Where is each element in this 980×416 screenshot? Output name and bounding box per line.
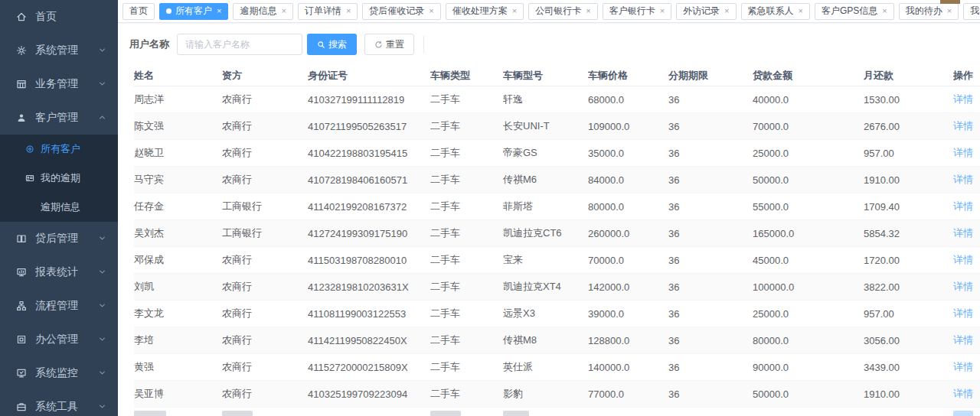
detail-link[interactable]: 详情 (953, 361, 973, 372)
table-cell: 77000.0 (588, 388, 668, 400)
table-cell: 农商行 (222, 119, 308, 133)
sidebar-item[interactable]: 业务管理 (0, 67, 118, 101)
close-icon[interactable]: × (429, 7, 433, 15)
table-cell: 农商行 (222, 387, 308, 401)
table-cell: 二手车 (430, 307, 503, 320)
detail-link[interactable]: 详情 (953, 307, 973, 319)
tab-item[interactable]: 客户GPS信息× (815, 3, 894, 20)
detail-link[interactable]: 详情 (953, 147, 973, 158)
sidebar-item[interactable]: 系统管理 (0, 34, 118, 67)
tab-item[interactable]: 公司银行卡× (528, 3, 597, 20)
main-area: 首页所有客户×逾期信息×订单详情×贷后催收记录×催收处理方案×公司银行卡×客户银… (118, 0, 980, 416)
sidebar-item-label: 系统监控 (35, 366, 98, 380)
sidebar-item[interactable]: 系统工具 (0, 390, 118, 416)
table-cell: 农商行 (222, 173, 308, 187)
active-tab-dot (166, 8, 172, 14)
tab-label: 我的待办 (906, 5, 942, 18)
table-cell: 二手车 (430, 253, 503, 267)
sidebar-item[interactable]: 报表统计 (0, 255, 118, 289)
detail-link[interactable]: 详情 (953, 388, 973, 399)
table-cell: 36 (668, 308, 753, 320)
sidebar-item[interactable]: 贷后管理 (0, 222, 118, 255)
detail-link[interactable]: 详情 (953, 334, 973, 346)
detail-link[interactable]: 详情 (953, 281, 973, 292)
content-area: 用户名称 搜索 重置 姓名资方身份证号 (118, 23, 980, 416)
column-header: 车辆价格 (588, 69, 668, 83)
search-input[interactable] (177, 34, 302, 55)
home-icon (15, 11, 28, 23)
detail-link[interactable]: 详情 (953, 93, 973, 105)
sidebar-item[interactable]: 流程管理 (0, 289, 118, 323)
close-icon[interactable]: × (346, 7, 351, 15)
tab-item[interactable]: 贷后催收记录× (362, 3, 440, 20)
search-label: 用户名称 (129, 37, 169, 51)
book-icon (15, 232, 28, 245)
sidebar-item[interactable]: 系统监控 (0, 356, 118, 390)
close-icon[interactable]: × (799, 7, 803, 15)
table-cell: 410422198803195415 (308, 148, 430, 159)
table-cell: 影豹 (503, 387, 588, 401)
detail-link[interactable]: 详情 (953, 120, 973, 132)
tab-label: 客户银行卡 (609, 5, 655, 18)
close-icon[interactable]: × (724, 7, 729, 15)
table-cell: 70000.0 (753, 121, 864, 132)
search-button[interactable]: 搜索 (307, 34, 357, 55)
tab-item[interactable]: 逾期信息× (233, 3, 292, 20)
table-cell: 412724199309175190 (308, 228, 430, 239)
chevron-down-icon (98, 268, 107, 277)
tab-item[interactable]: 我的待办× (899, 3, 959, 20)
sidebar-item[interactable]: 首页 (0, 0, 118, 34)
close-icon[interactable]: × (882, 7, 887, 15)
sidebar-subitem[interactable]: 逾期信息 (0, 193, 118, 222)
close-icon[interactable]: × (586, 7, 590, 15)
office-icon (15, 333, 28, 346)
close-icon[interactable]: × (660, 7, 665, 15)
sidebar-subitem[interactable]: 所有客户 (0, 135, 118, 164)
tab-item[interactable]: 我的流程× (963, 3, 980, 20)
sidebar-item[interactable]: 办公管理 (0, 323, 118, 356)
table-cell: 40000.0 (753, 94, 864, 106)
reset-button[interactable]: 重置 (364, 34, 414, 55)
table-cell: 410327199111112819 (308, 94, 430, 106)
tab-item[interactable]: 外访记录× (676, 3, 736, 20)
tab-active[interactable]: 所有客户× (159, 3, 228, 20)
sidebar-item[interactable]: 客户管理 (0, 101, 118, 135)
table-cell: 50000.0 (753, 174, 864, 186)
detail-link[interactable]: 详情 (953, 254, 973, 265)
table-cell: 411402199208167372 (308, 201, 430, 213)
detail-link[interactable]: 详情 (953, 200, 973, 212)
detail-link[interactable]: 详情 (953, 174, 973, 185)
user-icon (15, 112, 28, 124)
close-icon[interactable]: × (281, 7, 286, 15)
partial-row (134, 408, 980, 416)
tab-item[interactable]: 客户银行卡× (603, 3, 671, 20)
table-cell: 二手车 (430, 93, 503, 106)
monitor-icon (15, 367, 28, 379)
close-icon[interactable]: × (512, 7, 517, 15)
table-row: 李培农商行41142119950822450X二手车传祺M8128800.036… (134, 327, 980, 354)
clipped-corner-element (940, 0, 960, 4)
sidebar-item-label: 报表统计 (35, 265, 98, 279)
sidebar-subitem[interactable]: 我的逾期 (0, 164, 118, 193)
tab-label: 紧急联系人 (748, 5, 794, 18)
tab-item[interactable]: 首页 (122, 3, 155, 20)
clipped-text (134, 411, 166, 416)
sidebar-item-label: 贷后管理 (35, 232, 98, 245)
tab-item[interactable]: 订单详情× (298, 3, 358, 20)
column-header: 车辆类型 (430, 69, 503, 83)
toolbar-divider (423, 36, 424, 53)
table-row: 任存金工商银行411402199208167372二手车菲斯塔80000.036… (134, 193, 980, 220)
detail-link[interactable]: 详情 (953, 227, 973, 239)
tab-item[interactable]: 紧急联系人× (741, 3, 810, 20)
tab-label: 外访记录 (683, 5, 720, 18)
customer-table: 姓名资方身份证号车辆类型车辆型号车辆价格分期期限贷款金额月还款操作 周志洋农商行… (129, 65, 980, 416)
tab-bar: 首页所有客户×逾期信息×订单详情×贷后催收记录×催收处理方案×公司银行卡×客户银… (118, 0, 980, 23)
refresh-icon (374, 41, 383, 49)
close-icon[interactable]: × (947, 7, 952, 15)
table-row: 李文龙农商行411081199003122553二手车远景X339000.036… (134, 301, 980, 327)
table-cell: 142000.0 (588, 281, 668, 293)
table-cell: 411503198708280010 (308, 255, 430, 266)
tab-item[interactable]: 催收处理方案× (446, 3, 524, 20)
close-icon[interactable]: × (217, 7, 221, 15)
table-row: 吴亚博农商行410325199709223094二手车影豹77000.03650… (134, 381, 980, 408)
